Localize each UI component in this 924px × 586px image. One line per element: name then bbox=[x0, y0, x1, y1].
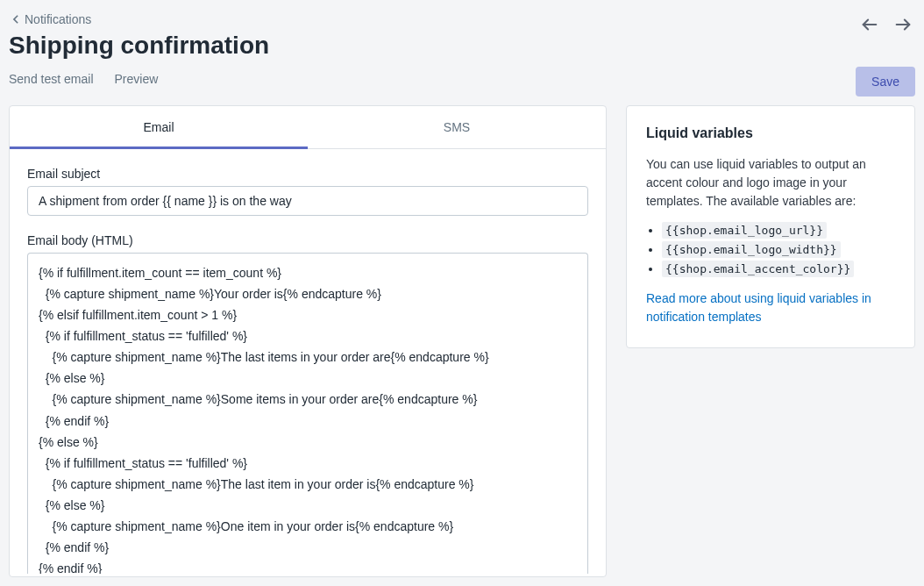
page-title: Shipping confirmation bbox=[9, 32, 856, 60]
email-body-label: Email body (HTML) bbox=[27, 233, 588, 247]
preview-link[interactable]: Preview bbox=[115, 72, 159, 86]
email-body-textarea[interactable] bbox=[27, 253, 588, 574]
tab-sms[interactable]: SMS bbox=[308, 106, 606, 149]
email-subject-label: Email subject bbox=[27, 167, 588, 181]
list-item: {{shop.email_logo_url}} bbox=[662, 223, 895, 237]
breadcrumb-label: Notifications bbox=[25, 12, 91, 26]
arrow-left-icon bbox=[860, 15, 879, 34]
read-more-link[interactable]: Read more about using liquid variables i… bbox=[646, 291, 871, 324]
sidebar-title: Liquid variables bbox=[646, 125, 895, 141]
list-item: {{shop.email_accent_color}} bbox=[662, 261, 895, 275]
arrow-right-icon bbox=[893, 15, 913, 34]
sidebar-description: You can use liquid variables to output a… bbox=[646, 155, 895, 211]
liquid-variable-code: {{shop.email_accent_color}} bbox=[662, 261, 854, 277]
list-item: {{shop.email_logo_width}} bbox=[662, 242, 895, 256]
liquid-variable-code: {{shop.email_logo_url}} bbox=[662, 222, 827, 239]
chevron-left-icon bbox=[9, 12, 23, 26]
breadcrumb-back[interactable]: Notifications bbox=[9, 12, 91, 26]
nav-next-button[interactable] bbox=[891, 12, 915, 37]
save-button[interactable]: Save bbox=[856, 67, 915, 96]
nav-prev-button[interactable] bbox=[857, 12, 882, 37]
tab-email[interactable]: Email bbox=[10, 106, 308, 149]
email-subject-input[interactable] bbox=[27, 186, 588, 216]
variable-list: {{shop.email_logo_url}} {{shop.email_log… bbox=[646, 223, 895, 275]
liquid-variables-card: Liquid variables You can use liquid vari… bbox=[626, 105, 915, 348]
send-test-email-link[interactable]: Send test email bbox=[9, 72, 94, 86]
liquid-variable-code: {{shop.email_logo_width}} bbox=[662, 241, 841, 258]
template-editor-card: Email SMS Email subject Email body (HTML… bbox=[9, 105, 607, 577]
